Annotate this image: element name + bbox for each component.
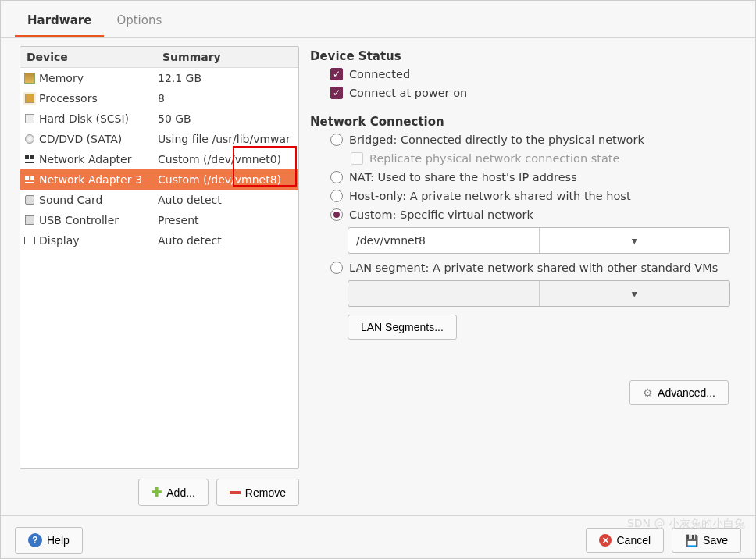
net-icon [23, 173, 36, 186]
device-name: Processors [39, 92, 158, 105]
device-summary: 50 GB [158, 112, 295, 125]
remove-button[interactable]: Remove [216, 479, 299, 506]
radio-nat[interactable] [330, 171, 343, 183]
add-button[interactable]: ✚ Add... [138, 479, 209, 506]
device-table[interactable]: Device Summary Memory 12.1 GB Processors… [20, 46, 299, 469]
col-summary-header[interactable]: Summary [156, 47, 298, 67]
device-summary: Present [158, 214, 295, 226]
radio-hostonly[interactable] [330, 190, 343, 202]
chevron-down-icon: ▾ [539, 281, 730, 306]
custom-network-value: /dev/vmnet8 [348, 234, 539, 247]
table-row[interactable]: Network Adapter 3 Custom (/dev/vmnet8) [20, 169, 298, 190]
device-name: USB Controller [39, 214, 158, 226]
col-device-header[interactable]: Device [20, 47, 156, 67]
radio-bridged[interactable] [330, 134, 343, 146]
advanced-label: Advanced... [658, 386, 715, 399]
usb-icon [23, 214, 36, 226]
cancel-icon: ✕ [599, 534, 612, 547]
table-row[interactable]: CD/DVD (SATA) Using file /usr/lib/vmwar [20, 129, 298, 149]
custom-label: Custom: Specific virtual network [349, 208, 533, 221]
vm-settings-window: Hardware Options Device Summary Memory 1… [0, 0, 756, 559]
save-icon: 💾 [685, 534, 698, 547]
memory-icon [23, 72, 36, 84]
device-name: Network Adapter 3 [39, 173, 158, 186]
help-icon: ? [28, 533, 42, 547]
cd-icon [23, 133, 36, 145]
remove-button-label: Remove [245, 486, 286, 499]
right-panel: Device Status Connected Connect at power… [310, 46, 744, 506]
cancel-button[interactable]: ✕ Cancel [586, 528, 664, 553]
checkbox-connected[interactable] [330, 68, 343, 80]
plus-icon: ✚ [152, 485, 162, 500]
connected-label: Connected [349, 68, 410, 80]
lan-segments-label: LAN Segments... [361, 321, 444, 333]
table-row[interactable]: Memory 12.1 GB [20, 68, 298, 88]
device-summary: Custom (/dev/vmnet0) [158, 153, 295, 166]
device-buttons-row: ✚ Add... Remove [20, 479, 299, 506]
device-name: Sound Card [39, 194, 158, 206]
device-summary: Auto detect [158, 234, 295, 247]
device-summary: 8 [158, 92, 295, 105]
device-name: Network Adapter [39, 153, 158, 166]
net-icon [23, 153, 36, 166]
connected-row[interactable]: Connected [330, 68, 740, 80]
radio-custom-row[interactable]: Custom: Specific virtual network [330, 208, 740, 221]
table-row[interactable]: USB Controller Present [20, 210, 298, 230]
device-summary: Using file /usr/lib/vmwar [158, 133, 295, 145]
device-name: Display [39, 234, 158, 247]
main-area: Device Summary Memory 12.1 GB Processors… [1, 38, 755, 509]
device-name: CD/DVD (SATA) [39, 133, 158, 145]
radio-lan[interactable] [330, 262, 343, 274]
device-table-header: Device Summary [20, 47, 298, 68]
lan-segments-button-row: LAN Segments... [348, 315, 740, 340]
custom-network-combo[interactable]: /dev/vmnet8 ▾ [348, 227, 730, 254]
table-row[interactable]: Network Adapter Custom (/dev/vmnet0) [20, 149, 298, 169]
table-row[interactable]: Processors 8 [20, 88, 298, 109]
help-label: Help [47, 534, 70, 547]
advanced-button[interactable]: ⚙ Advanced... [629, 380, 729, 405]
radio-nat-row[interactable]: NAT: Used to share the host's IP address [330, 171, 740, 183]
cancel-label: Cancel [616, 534, 651, 547]
bridged-label: Bridged: Connected directly to the physi… [349, 134, 644, 146]
table-row[interactable]: Display Auto detect [20, 230, 298, 251]
connect-at-power-row[interactable]: Connect at power on [330, 87, 740, 99]
display-icon [23, 234, 36, 247]
advanced-row: ⚙ Advanced... [310, 380, 740, 405]
tab-hardware[interactable]: Hardware [15, 9, 104, 37]
table-row[interactable]: Hard Disk (SCSI) 50 GB [20, 109, 298, 129]
left-panel: Device Summary Memory 12.1 GB Processors… [20, 46, 299, 506]
cpu-icon [23, 92, 36, 105]
minus-icon [230, 491, 241, 494]
tab-options[interactable]: Options [104, 9, 174, 37]
radio-hostonly-row[interactable]: Host-only: A private network shared with… [330, 190, 740, 202]
device-name: Hard Disk (SCSI) [39, 112, 158, 125]
connect-power-label: Connect at power on [349, 87, 467, 99]
nat-label: NAT: Used to share the host's IP address [349, 171, 577, 183]
lan-label: LAN segment: A private network shared wi… [349, 262, 718, 274]
help-button[interactable]: ? Help [15, 527, 83, 554]
bottom-bar: ? Help ✕ Cancel 💾 Save [1, 515, 755, 554]
add-button-label: Add... [166, 486, 195, 499]
disk-icon [23, 112, 36, 125]
replicate-row: Replicate physical network connection st… [351, 152, 740, 165]
radio-lan-row[interactable]: LAN segment: A private network shared wi… [330, 262, 740, 274]
device-name: Memory [39, 72, 158, 84]
checkbox-connect-power[interactable] [330, 87, 343, 99]
lan-segments-button[interactable]: LAN Segments... [348, 315, 457, 340]
lan-segment-combo: ▾ [348, 280, 730, 307]
tabs-bar: Hardware Options [1, 1, 755, 38]
device-status-title: Device Status [310, 49, 740, 63]
save-button[interactable]: 💾 Save [672, 528, 741, 553]
chevron-down-icon[interactable]: ▾ [539, 228, 730, 253]
table-row[interactable]: Sound Card Auto detect [20, 190, 298, 210]
device-summary: Custom (/dev/vmnet8) [158, 173, 295, 186]
gear-icon: ⚙ [643, 386, 653, 399]
device-summary: 12.1 GB [158, 72, 295, 84]
hostonly-label: Host-only: A private network shared with… [349, 190, 631, 202]
radio-custom[interactable] [330, 208, 343, 221]
checkbox-replicate [351, 152, 363, 165]
bottom-right: ✕ Cancel 💾 Save [586, 528, 741, 553]
replicate-label: Replicate physical network connection st… [369, 152, 619, 165]
radio-bridged-row[interactable]: Bridged: Connected directly to the physi… [330, 134, 740, 146]
network-connection-title: Network Connection [310, 115, 740, 129]
